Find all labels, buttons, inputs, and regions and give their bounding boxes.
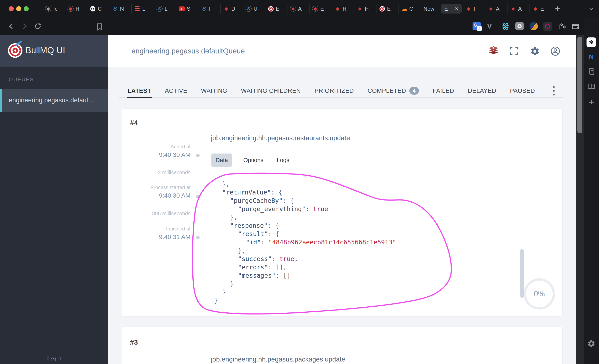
browser-side-strip: ✻N+ [584,18,599,364]
browser-tab-new[interactable]: New [421,4,440,14]
close-window-button[interactable] [9,6,14,11]
browser-tab[interactable]: ◆A [508,4,530,14]
react-devtools-icon[interactable] [501,22,510,31]
bookmark-icon[interactable] [96,23,103,31]
browser-tab[interactable]: ◆E [310,4,332,14]
divider [211,146,556,146]
red-diamond-icon: ◆ [466,6,472,12]
tab-label: C [409,6,413,12]
browser-tab[interactable]: ◆F [463,4,485,14]
code-line: "result": { [214,230,522,238]
browser-tab[interactable]: E [377,4,399,14]
fullscreen-icon[interactable] [509,46,519,56]
browser-tab[interactable]: ◆H [354,4,377,14]
redis-icon[interactable] [488,46,499,55]
red-diamond-loading-icon: ◆ [312,6,318,12]
forward-icon[interactable] [20,22,29,30]
graphql-icon[interactable] [543,22,552,31]
status-tab-delayed[interactable]: DELAYED [468,87,496,94]
user-icon[interactable] [550,46,560,56]
red-list-icon [134,6,141,12]
bullmq-target-logo-icon [8,43,22,58]
chatgpt-icon[interactable]: ✻ [587,37,596,47]
browser-tab[interactable]: C [87,4,109,14]
page-title: engineering.pegasus.defaultQueue [132,35,245,67]
status-tab-waiting[interactable]: WAITING [201,87,227,94]
vue-devtools-icon[interactable]: V [487,22,492,30]
settings-gear-icon[interactable] [530,46,540,56]
browser-tab[interactable]: ☁C [399,4,421,14]
scrollbar-thumb[interactable] [577,37,582,133]
job-tab-logs[interactable]: Logs [275,157,291,163]
browser-tab[interactable]: ◆H [65,4,87,14]
back-icon[interactable] [7,22,15,30]
progress-value: 0% [534,290,545,298]
google-translate-icon[interactable]: G文 [473,22,481,31]
browser-tab-strip: ◆Ic◆HCSNLSL▶SSF◆DSUE◆A◆E◆H◆HE☁CNewE ×◆F◆… [0,0,599,18]
n-logo-icon[interactable]: N [589,53,594,61]
blue-swirl-icon: S [201,6,207,12]
browser-tab[interactable]: ◆D [221,4,243,14]
browser-tab[interactable]: ◆Ic [43,4,65,14]
tab-label: E [444,6,448,12]
code-line: "response": { [214,222,522,230]
status-tab-prioritized[interactable]: PRIORITIZED [315,87,354,94]
code-scrollbar[interactable] [520,249,524,298]
puzzle-icon[interactable] [557,22,566,31]
browser-tab[interactable]: SN [109,4,132,14]
browser-tab-active[interactable]: E × [441,4,462,14]
status-tab-label: COMPLETED [368,87,406,94]
tab-label: E [387,6,391,12]
camera-icon[interactable] [515,22,524,31]
job-tab-data[interactable]: Data [211,153,232,167]
browser-tab[interactable]: ◆H [332,4,354,14]
timeline-duration: 2 milliseconds [122,169,191,176]
browser-tab[interactable]: E [265,4,287,14]
reading-list-icon[interactable] [587,82,596,91]
job-id: #4 [130,119,138,127]
sidebar-item-queue[interactable]: engineering.pegasus.defaul... [0,89,108,112]
browser-tab[interactable]: ◆A [485,4,508,14]
browser-tab[interactable]: SF [198,4,221,14]
browser-tab[interactable]: ◆A [287,4,310,14]
new-tab-button[interactable]: + [555,4,560,14]
bookmarks-book-icon[interactable] [587,67,595,76]
settings-gear-icon[interactable] [587,339,595,348]
browser-tabs: ◆Ic◆HCSNLSL▶SSF◆DSUE◆A◆E◆H◆HE☁CNewE ×◆F◆… [43,0,560,18]
color-swirl-icon[interactable] [529,22,538,31]
reload-icon[interactable] [34,22,42,30]
status-tab-completed[interactable]: COMPLETED4 [368,87,419,95]
wallet-icon[interactable] [571,22,580,31]
tab-overflow-chevron-icon[interactable] [588,5,595,12]
browser-tab[interactable]: SL [154,4,176,14]
tab-label: U [254,6,257,12]
red-diamond-icon: ◆ [510,6,516,12]
queue-name-label: engineering.pegasus.defaul... [9,89,93,112]
zoom-window-button[interactable] [24,6,29,11]
browser-tab[interactable]: ▶S [176,4,198,14]
timeline-dot [196,154,200,157]
minimize-window-button[interactable] [16,6,21,11]
add-icon[interactable]: + [589,97,594,107]
brand-title: BullMQ UI [25,45,65,55]
status-tab-paused[interactable]: PAUSED [510,87,535,94]
close-tab-icon[interactable]: × [455,5,458,12]
status-tab-failed[interactable]: FAILED [433,87,454,94]
browser-tab[interactable]: ◆E [530,4,552,14]
tab-label: H [365,6,369,12]
status-tab-waiting-children[interactable]: WAITING CHILDREN [241,87,301,94]
job-name: job.engineering.hh.pegasus.packages.upda… [211,355,345,363]
timeline-dot [196,195,200,198]
status-tab-active[interactable]: ACTIVE [165,87,187,94]
app-sidebar: BullMQ UI QUEUES engineering.pegasus.def… [0,35,108,364]
browser-tab[interactable]: SU [243,4,265,14]
tab-label: H [343,6,346,12]
status-tab-latest[interactable]: LATEST [127,87,151,94]
red-diamond-icon: ◆ [488,6,494,12]
blue-swirl-icon: S [112,6,118,12]
more-options-kebab-icon[interactable] [552,86,555,97]
browser-tab[interactable]: L [132,4,154,14]
code-line: "returnValue": { [214,188,522,196]
job-tab-options[interactable]: Options [241,157,266,163]
timeline-time: 9:40:30 AM [122,151,191,158]
